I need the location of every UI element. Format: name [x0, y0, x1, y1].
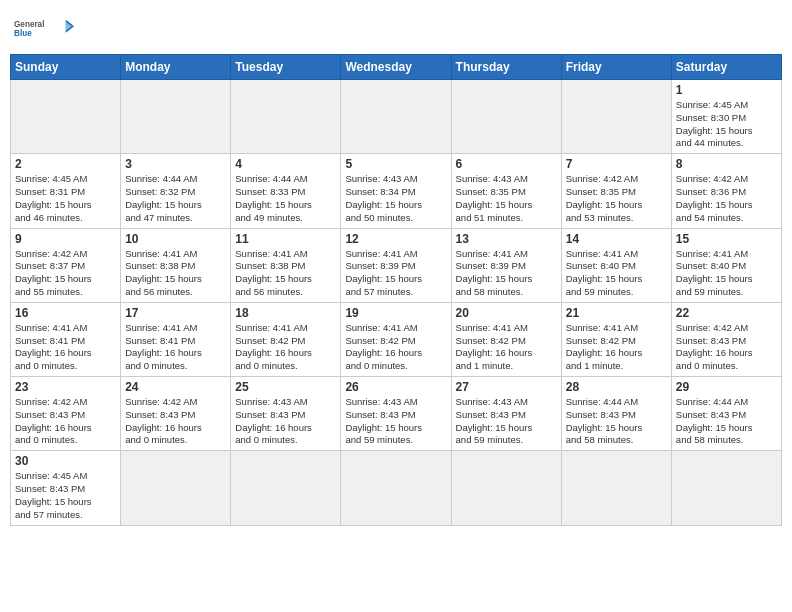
- day-number: 25: [235, 380, 336, 394]
- day-number: 6: [456, 157, 557, 171]
- day-number: 17: [125, 306, 226, 320]
- calendar-cell: 17Sunrise: 4:41 AM Sunset: 8:41 PM Dayli…: [121, 302, 231, 376]
- calendar-cell: [451, 451, 561, 525]
- calendar-cell: 9Sunrise: 4:42 AM Sunset: 8:37 PM Daylig…: [11, 228, 121, 302]
- calendar-cell: 3Sunrise: 4:44 AM Sunset: 8:32 PM Daylig…: [121, 154, 231, 228]
- day-info: Sunrise: 4:45 AM Sunset: 8:30 PM Dayligh…: [676, 99, 777, 150]
- header-thursday: Thursday: [451, 55, 561, 80]
- day-info: Sunrise: 4:41 AM Sunset: 8:38 PM Dayligh…: [125, 248, 226, 299]
- svg-text:Blue: Blue: [14, 29, 32, 38]
- day-info: Sunrise: 4:44 AM Sunset: 8:43 PM Dayligh…: [566, 396, 667, 447]
- day-number: 5: [345, 157, 446, 171]
- day-number: 27: [456, 380, 557, 394]
- day-number: 26: [345, 380, 446, 394]
- calendar-cell: 7Sunrise: 4:42 AM Sunset: 8:35 PM Daylig…: [561, 154, 671, 228]
- calendar-cell: 21Sunrise: 4:41 AM Sunset: 8:42 PM Dayli…: [561, 302, 671, 376]
- calendar-cell: 28Sunrise: 4:44 AM Sunset: 8:43 PM Dayli…: [561, 377, 671, 451]
- day-number: 19: [345, 306, 446, 320]
- calendar-cell: 25Sunrise: 4:43 AM Sunset: 8:43 PM Dayli…: [231, 377, 341, 451]
- calendar-cell: [341, 80, 451, 154]
- calendar-cell: 13Sunrise: 4:41 AM Sunset: 8:39 PM Dayli…: [451, 228, 561, 302]
- day-info: Sunrise: 4:43 AM Sunset: 8:34 PM Dayligh…: [345, 173, 446, 224]
- calendar-cell: [671, 451, 781, 525]
- day-number: 7: [566, 157, 667, 171]
- calendar-cell: 10Sunrise: 4:41 AM Sunset: 8:38 PM Dayli…: [121, 228, 231, 302]
- calendar-cell: [451, 80, 561, 154]
- calendar-cell: 26Sunrise: 4:43 AM Sunset: 8:43 PM Dayli…: [341, 377, 451, 451]
- header-tuesday: Tuesday: [231, 55, 341, 80]
- calendar-row: 23Sunrise: 4:42 AM Sunset: 8:43 PM Dayli…: [11, 377, 782, 451]
- day-info: Sunrise: 4:43 AM Sunset: 8:43 PM Dayligh…: [235, 396, 336, 447]
- day-info: Sunrise: 4:41 AM Sunset: 8:40 PM Dayligh…: [566, 248, 667, 299]
- header-monday: Monday: [121, 55, 231, 80]
- day-info: Sunrise: 4:45 AM Sunset: 8:43 PM Dayligh…: [15, 470, 116, 521]
- page-header: General Blue: [10, 10, 782, 48]
- day-number: 3: [125, 157, 226, 171]
- day-number: 1: [676, 83, 777, 97]
- calendar-cell: [561, 80, 671, 154]
- calendar-cell: 22Sunrise: 4:42 AM Sunset: 8:43 PM Dayli…: [671, 302, 781, 376]
- calendar-cell: 30Sunrise: 4:45 AM Sunset: 8:43 PM Dayli…: [11, 451, 121, 525]
- day-number: 22: [676, 306, 777, 320]
- day-info: Sunrise: 4:41 AM Sunset: 8:39 PM Dayligh…: [456, 248, 557, 299]
- calendar-row: 9Sunrise: 4:42 AM Sunset: 8:37 PM Daylig…: [11, 228, 782, 302]
- calendar-cell: 12Sunrise: 4:41 AM Sunset: 8:39 PM Dayli…: [341, 228, 451, 302]
- calendar-cell: 14Sunrise: 4:41 AM Sunset: 8:40 PM Dayli…: [561, 228, 671, 302]
- svg-text:General: General: [14, 20, 44, 29]
- day-info: Sunrise: 4:41 AM Sunset: 8:42 PM Dayligh…: [235, 322, 336, 373]
- header-sunday: Sunday: [11, 55, 121, 80]
- header-friday: Friday: [561, 55, 671, 80]
- calendar-cell: 5Sunrise: 4:43 AM Sunset: 8:34 PM Daylig…: [341, 154, 451, 228]
- day-info: Sunrise: 4:44 AM Sunset: 8:33 PM Dayligh…: [235, 173, 336, 224]
- day-number: 28: [566, 380, 667, 394]
- day-number: 30: [15, 454, 116, 468]
- day-number: 10: [125, 232, 226, 246]
- calendar-cell: [231, 80, 341, 154]
- day-number: 4: [235, 157, 336, 171]
- calendar-cell: 15Sunrise: 4:41 AM Sunset: 8:40 PM Dayli…: [671, 228, 781, 302]
- calendar-cell: 24Sunrise: 4:42 AM Sunset: 8:43 PM Dayli…: [121, 377, 231, 451]
- day-info: Sunrise: 4:42 AM Sunset: 8:36 PM Dayligh…: [676, 173, 777, 224]
- day-info: Sunrise: 4:44 AM Sunset: 8:32 PM Dayligh…: [125, 173, 226, 224]
- calendar-cell: [341, 451, 451, 525]
- calendar-cell: 29Sunrise: 4:44 AM Sunset: 8:43 PM Dayli…: [671, 377, 781, 451]
- calendar-cell: [121, 451, 231, 525]
- day-info: Sunrise: 4:41 AM Sunset: 8:42 PM Dayligh…: [566, 322, 667, 373]
- day-number: 18: [235, 306, 336, 320]
- day-info: Sunrise: 4:44 AM Sunset: 8:43 PM Dayligh…: [676, 396, 777, 447]
- calendar-cell: 11Sunrise: 4:41 AM Sunset: 8:38 PM Dayli…: [231, 228, 341, 302]
- calendar-cell: 8Sunrise: 4:42 AM Sunset: 8:36 PM Daylig…: [671, 154, 781, 228]
- weekday-header-row: Sunday Monday Tuesday Wednesday Thursday…: [11, 55, 782, 80]
- day-info: Sunrise: 4:42 AM Sunset: 8:43 PM Dayligh…: [125, 396, 226, 447]
- header-saturday: Saturday: [671, 55, 781, 80]
- logo-svg: General Blue: [14, 10, 74, 48]
- calendar-row: 2Sunrise: 4:45 AM Sunset: 8:31 PM Daylig…: [11, 154, 782, 228]
- day-number: 15: [676, 232, 777, 246]
- calendar-cell: 16Sunrise: 4:41 AM Sunset: 8:41 PM Dayli…: [11, 302, 121, 376]
- day-info: Sunrise: 4:45 AM Sunset: 8:31 PM Dayligh…: [15, 173, 116, 224]
- calendar-row: 16Sunrise: 4:41 AM Sunset: 8:41 PM Dayli…: [11, 302, 782, 376]
- calendar-cell: [121, 80, 231, 154]
- day-info: Sunrise: 4:42 AM Sunset: 8:43 PM Dayligh…: [676, 322, 777, 373]
- calendar-cell: 20Sunrise: 4:41 AM Sunset: 8:42 PM Dayli…: [451, 302, 561, 376]
- day-info: Sunrise: 4:41 AM Sunset: 8:40 PM Dayligh…: [676, 248, 777, 299]
- calendar-cell: 23Sunrise: 4:42 AM Sunset: 8:43 PM Dayli…: [11, 377, 121, 451]
- calendar-cell: [231, 451, 341, 525]
- day-number: 8: [676, 157, 777, 171]
- calendar-row: 1Sunrise: 4:45 AM Sunset: 8:30 PM Daylig…: [11, 80, 782, 154]
- day-info: Sunrise: 4:41 AM Sunset: 8:42 PM Dayligh…: [345, 322, 446, 373]
- day-number: 29: [676, 380, 777, 394]
- day-info: Sunrise: 4:43 AM Sunset: 8:35 PM Dayligh…: [456, 173, 557, 224]
- calendar-cell: 4Sunrise: 4:44 AM Sunset: 8:33 PM Daylig…: [231, 154, 341, 228]
- day-number: 23: [15, 380, 116, 394]
- calendar-cell: 1Sunrise: 4:45 AM Sunset: 8:30 PM Daylig…: [671, 80, 781, 154]
- day-info: Sunrise: 4:42 AM Sunset: 8:43 PM Dayligh…: [15, 396, 116, 447]
- day-number: 20: [456, 306, 557, 320]
- calendar-cell: 6Sunrise: 4:43 AM Sunset: 8:35 PM Daylig…: [451, 154, 561, 228]
- calendar-cell: 18Sunrise: 4:41 AM Sunset: 8:42 PM Dayli…: [231, 302, 341, 376]
- logo: General Blue: [14, 10, 74, 48]
- day-info: Sunrise: 4:41 AM Sunset: 8:38 PM Dayligh…: [235, 248, 336, 299]
- day-number: 14: [566, 232, 667, 246]
- day-number: 11: [235, 232, 336, 246]
- day-number: 2: [15, 157, 116, 171]
